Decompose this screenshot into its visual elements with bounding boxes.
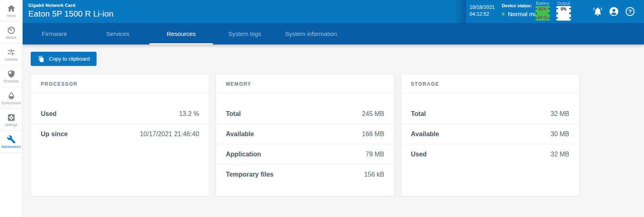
stat-label: Used — [411, 151, 427, 158]
wrench-icon — [7, 135, 16, 144]
stat-row: Available30 MB — [401, 124, 579, 144]
battery-time: 04:01 — [535, 15, 550, 20]
app-header: Gigabit Network Card Eaton 5P 1500 R Li-… — [23, 0, 644, 23]
bell-icon[interactable] — [593, 6, 603, 17]
tab-system-information[interactable]: System information — [276, 23, 346, 44]
stat-value: 13.2 % — [179, 110, 199, 118]
card-body: Used13.2 %Up since10/17/2021 21:46:40 — [31, 94, 209, 144]
stat-value: 32 MB — [551, 151, 569, 158]
tab-firmware[interactable]: Firmware — [23, 23, 86, 44]
battery-indicator: Battery 81% 04:01 — [535, 1, 551, 21]
shield-icon — [7, 70, 16, 78]
card-body: Total245 MBAvailable166 MBApplication79 … — [216, 94, 394, 185]
gear-icon — [7, 113, 16, 122]
stat-row: Up since10/17/2021 21:46:40 — [31, 124, 209, 144]
stat-value: 166 MB — [362, 131, 384, 138]
page-title: Eaton 5P 1500 R Li-ion — [28, 9, 114, 19]
sidebar-item-controls[interactable]: Controls — [0, 44, 22, 65]
sidebar-item-label: Home — [6, 14, 16, 18]
sidebar-item-meters[interactable]: Meters — [0, 22, 22, 44]
user-icon[interactable] — [609, 6, 619, 17]
tab-services[interactable]: Services — [86, 23, 149, 44]
stat-value: 156 kB — [364, 171, 384, 178]
sidebar-item-label: Meters — [6, 36, 17, 40]
sidebar-item-protection[interactable]: Protection — [0, 65, 22, 87]
sidebar: HomeMetersControlsProtectionEnvironmentS… — [0, 0, 23, 217]
gauge-icon — [7, 26, 16, 35]
card-title: PROCESSOR — [31, 74, 209, 94]
sliders-icon — [7, 48, 16, 57]
datetime: 10/18/2021 04:12:52 — [469, 4, 495, 18]
stat-value: 30 MB — [551, 131, 569, 138]
battery-percent: 81% — [535, 7, 550, 11]
stat-row: Used13.2 % — [31, 104, 209, 124]
header-icons: ? — [593, 6, 635, 17]
stat-label: Used — [41, 110, 57, 118]
tab-system-logs[interactable]: System logs — [213, 23, 276, 44]
output-percent: 0% — [556, 7, 571, 11]
copy-button-label: Copy to clipboard — [49, 56, 90, 62]
sidebar-item-home[interactable]: Home — [0, 0, 22, 22]
sidebar-item-maintenance[interactable]: Maintenance — [0, 131, 22, 153]
help-icon[interactable]: ? — [625, 6, 635, 17]
stat-row: Total245 MB — [216, 104, 394, 124]
stat-row: Used32 MB — [401, 144, 579, 164]
resource-cards: PROCESSORUsed13.2 %Up since10/17/2021 21… — [31, 74, 579, 196]
stat-label: Available — [226, 131, 254, 138]
output-indicator: Output 0% — [556, 1, 572, 21]
sidebar-item-label: Settings — [5, 123, 17, 127]
card-body: Total32 MBAvailable30 MBUsed32 MB — [401, 94, 579, 164]
stat-label: Up since — [41, 131, 68, 138]
tab-bar: FirmwareServicesResourcesSystem logsSyst… — [23, 23, 644, 44]
stat-value: 79 MB — [366, 151, 384, 158]
svg-text:?: ? — [628, 8, 631, 15]
status-panel: 10/18/2021 04:12:52 Device status: Norma… — [456, 0, 644, 23]
stat-label: Total — [226, 110, 241, 118]
time-text: 04:12:52 — [469, 11, 495, 18]
sidebar-item-label: Maintenance — [1, 145, 21, 149]
battery-label: Battery — [535, 1, 551, 6]
card-memory: MEMORYTotal245 MBAvailable166 MBApplicat… — [216, 74, 394, 196]
copy-icon — [38, 55, 45, 63]
stat-label: Application — [226, 151, 261, 158]
battery-gauge-icon: 81% 04:01 — [535, 6, 550, 21]
droplet-icon — [7, 91, 16, 100]
copy-to-clipboard-button[interactable]: Copy to clipboard — [31, 52, 97, 66]
stat-row: Temporary files156 kB — [216, 164, 394, 185]
stat-row: Total32 MB — [401, 104, 579, 124]
card-subtitle: Gigabit Network Card — [28, 3, 114, 8]
card-title: STORAGE — [401, 74, 579, 94]
stat-label: Temporary files — [226, 171, 274, 178]
stat-label: Total — [411, 110, 426, 118]
stat-value: 245 MB — [362, 110, 384, 118]
sidebar-item-label: Protection — [3, 79, 19, 83]
output-gauge-icon: 0% — [556, 6, 571, 21]
stat-row: Application79 MB — [216, 144, 394, 164]
sidebar-item-label: Controls — [5, 57, 18, 61]
stat-row: Available166 MB — [216, 124, 394, 144]
date-text: 10/18/2021 — [469, 4, 495, 11]
tab-resources[interactable]: Resources — [149, 23, 213, 44]
main-content: Copy to clipboard PROCESSORUsed13.2 %Up … — [23, 44, 644, 217]
stat-value: 32 MB — [551, 110, 569, 118]
stat-value: 10/17/2021 21:46:40 — [140, 131, 199, 138]
sidebar-item-settings[interactable]: Settings — [0, 109, 22, 131]
home-icon — [7, 4, 16, 13]
card-processor: PROCESSORUsed13.2 %Up since10/17/2021 21… — [31, 74, 209, 196]
header-titles: Gigabit Network Card Eaton 5P 1500 R Li-… — [28, 3, 114, 19]
stat-label: Available — [411, 131, 439, 138]
sidebar-item-label: Environment — [2, 101, 21, 105]
status-dot-icon — [502, 13, 505, 15]
output-label: Output — [556, 1, 572, 6]
sidebar-item-environment[interactable]: Environment — [0, 87, 22, 109]
card-storage: STORAGETotal32 MBAvailable30 MBUsed32 MB — [401, 74, 579, 196]
card-title: MEMORY — [216, 74, 394, 94]
